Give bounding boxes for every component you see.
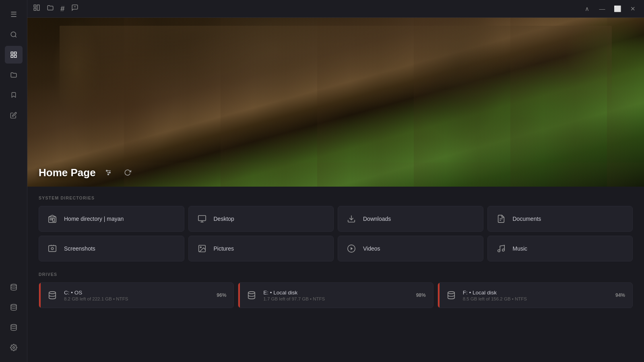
drive-c-icon [46, 289, 58, 301]
videos-label: Videos [363, 245, 380, 252]
svg-point-7 [11, 304, 17, 306]
close-button[interactable]: ✕ [627, 3, 638, 14]
music-icon [495, 243, 507, 255]
titlebar: # ∧ — ⬜ ✕ [27, 0, 644, 18]
drive-c-name: C: • OS [64, 290, 211, 296]
desktop-icon [196, 213, 208, 225]
dir-card-home[interactable]: Home directory | mayan [39, 206, 184, 232]
drive-f-detail: 8.5 GB left of 156.2 GB • NTFS [463, 296, 610, 301]
drive-e-detail: 1.7 GB left of 97.7 GB • NTFS [263, 296, 410, 301]
sidebar-edit-icon[interactable] [5, 106, 23, 124]
dir-card-music[interactable]: Music [487, 236, 633, 261]
hero-title-area: Home Page [27, 158, 644, 187]
sidebar-settings-icon[interactable] [5, 339, 23, 356]
maximize-button[interactable]: ⬜ [612, 3, 623, 14]
drive-c-accent [39, 283, 41, 308]
sidebar-bookmark-icon[interactable] [5, 86, 23, 104]
drive-card-f[interactable]: F: • Local disk 8.5 GB left of 156.2 GB … [438, 282, 633, 308]
drive-f-name: F: • Local disk [463, 290, 610, 296]
hero-section: Home Page [27, 18, 644, 187]
sidebar-menu-icon[interactable]: ☰ [5, 6, 23, 23]
svg-rect-21 [50, 218, 52, 220]
drive-e-info: E: • Local disk 1.7 GB left of 97.7 GB •… [263, 290, 410, 301]
drive-f-icon [445, 289, 457, 301]
svg-point-30 [200, 247, 201, 248]
drive-c-info: C: • OS 8.2 GB left of 222.1 GB • NTFS [64, 290, 211, 301]
main-content: # ∧ — ⬜ ✕ Home Page [27, 0, 644, 362]
svg-point-0 [11, 32, 16, 37]
pictures-label: Pictures [214, 245, 234, 252]
drive-e-accent [238, 283, 240, 308]
svg-rect-3 [14, 52, 16, 54]
svg-rect-20 [49, 217, 56, 222]
system-directories-grid: Home directory | mayan Desktop Down [39, 206, 633, 261]
screenshots-icon [46, 243, 58, 255]
svg-rect-5 [14, 56, 16, 58]
svg-rect-22 [53, 218, 55, 221]
svg-point-17 [106, 170, 107, 171]
hero-filter-button[interactable] [101, 166, 115, 179]
dir-card-screenshots[interactable]: Screenshots [39, 236, 184, 261]
svg-rect-27 [49, 246, 56, 252]
drive-card-e[interactable]: E: • Local disk 1.7 GB left of 97.7 GB •… [238, 282, 433, 308]
svg-point-33 [497, 250, 500, 252]
dir-card-desktop[interactable]: Desktop [188, 206, 334, 232]
drive-f-accent [438, 283, 440, 308]
svg-point-37 [448, 292, 454, 294]
svg-rect-10 [34, 5, 36, 7]
svg-point-18 [109, 172, 110, 173]
screenshots-label: Screenshots [64, 245, 95, 252]
content-area: SYSTEM DIRECTORIES Home directory | maya… [27, 187, 644, 362]
svg-point-28 [51, 247, 54, 250]
sidebar-folder-icon[interactable] [5, 66, 23, 84]
svg-point-36 [248, 292, 255, 294]
home-dir-label: Home directory | mayan [64, 216, 124, 222]
hero-refresh-button[interactable] [121, 166, 134, 179]
videos-icon [345, 243, 357, 255]
drive-c-detail: 8.2 GB left of 222.1 GB • NTFS [64, 296, 211, 301]
titlebar-panel-icon[interactable] [33, 4, 40, 13]
svg-rect-12 [34, 8, 36, 10]
dir-card-videos[interactable]: Videos [338, 236, 483, 261]
svg-point-19 [107, 174, 109, 175]
svg-marker-32 [351, 247, 353, 250]
sidebar-grid-icon[interactable] [5, 46, 23, 64]
svg-point-8 [11, 325, 17, 327]
sidebar-drive1-icon[interactable] [5, 278, 23, 296]
downloads-icon [345, 213, 357, 225]
documents-label: Documents [513, 216, 541, 222]
desktop-label: Desktop [214, 216, 234, 222]
sidebar-drive3-icon[interactable] [5, 319, 23, 336]
svg-rect-11 [37, 5, 39, 10]
downloads-label: Downloads [363, 216, 391, 222]
drive-e-pct: 98% [416, 292, 426, 298]
drive-card-c[interactable]: C: • OS 8.2 GB left of 222.1 GB • NTFS 9… [39, 282, 234, 308]
drive-c-pct: 96% [217, 292, 226, 298]
svg-rect-23 [198, 216, 205, 221]
window-controls: ∧ — ⬜ ✕ [581, 3, 638, 14]
drive-e-icon [246, 289, 258, 301]
dir-card-documents[interactable]: Documents [487, 206, 633, 232]
svg-rect-2 [11, 52, 13, 54]
drives-label: DRIVES [39, 272, 633, 277]
dir-card-downloads[interactable]: Downloads [338, 206, 483, 232]
hero-title: Home Page [39, 167, 96, 179]
system-directories-label: SYSTEM DIRECTORIES [39, 195, 633, 200]
minimize-button[interactable]: — [597, 3, 608, 14]
dir-card-pictures[interactable]: Pictures [188, 236, 334, 261]
svg-point-6 [11, 284, 17, 286]
titlebar-folder-icon[interactable] [47, 4, 54, 13]
home-dir-icon [46, 213, 58, 225]
chevron-up-button[interactable]: ∧ [581, 3, 592, 14]
drive-f-info: F: • Local disk 8.5 GB left of 156.2 GB … [463, 290, 610, 301]
drives-grid: C: • OS 8.2 GB left of 222.1 GB • NTFS 9… [39, 282, 633, 308]
titlebar-hash-icon[interactable]: # [60, 4, 65, 13]
music-label: Music [513, 245, 528, 252]
titlebar-icons: # [33, 4, 576, 13]
sidebar-drive2-icon[interactable] [5, 298, 23, 316]
svg-point-35 [49, 292, 56, 294]
svg-point-34 [502, 249, 504, 251]
titlebar-comment-icon[interactable] [71, 4, 78, 13]
sidebar-search-icon[interactable] [5, 26, 23, 43]
drive-f-pct: 94% [615, 292, 625, 298]
